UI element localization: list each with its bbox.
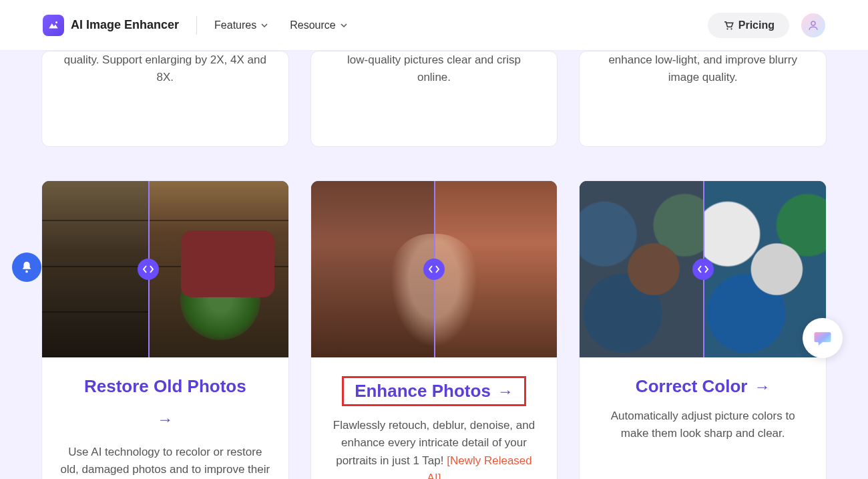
notification-button[interactable] [12,253,41,282]
feature-card-color: Correct Color → Automatically adjust pic… [579,180,827,479]
card-title-link-enhance[interactable]: Enhance Photos → [355,381,513,402]
highlight-annotation: Enhance Photos → [342,376,526,406]
card-description: Flawlessly retouch, deblur, denoise, and… [329,417,540,479]
feature-card-restore: Restore Old Photos → Use AI technology t… [41,180,289,479]
card-title-text: Restore Old Photos [84,376,246,397]
nav-features[interactable]: Features [214,19,268,31]
user-icon [807,19,819,31]
pricing-label: Pricing [738,19,775,31]
comparison-slider-handle[interactable] [138,259,159,280]
comparison-image [311,181,558,357]
svg-point-2 [730,28,732,29]
logo[interactable]: AI Image Enhancer [43,15,179,36]
svg-point-3 [811,21,815,25]
arrow-right-icon: → [157,410,173,429]
avatar[interactable] [801,13,825,37]
card-title-link-restore[interactable]: Restore Old Photos [84,376,246,397]
main-content: quality. Support enlarging by 2X, 4X and… [0,51,868,479]
header-divider [196,16,197,35]
svg-point-1 [726,28,728,29]
chevron-down-icon [260,21,268,29]
chevron-down-icon [340,21,348,29]
bell-icon [19,260,34,275]
comparison-slider-handle[interactable] [692,259,714,280]
card-title-text: Enhance Photos [355,381,491,402]
arrow-right-icon: → [497,382,513,401]
card-title-text: Correct Color [636,376,748,397]
arrow-right-icon: → [754,377,770,396]
comparison-slider-handle[interactable] [423,259,445,280]
feature-card-partial: low-quality pictures clear and crisp onl… [310,51,558,147]
nav-resource-label: Resource [290,19,335,31]
card-description: Use AI technology to recolor or restore … [59,444,271,479]
feature-card-row: Restore Old Photos → Use AI technology t… [41,180,827,479]
card-description: Automatically adjust picture colors to m… [597,408,809,443]
feature-card-enhance: Enhance Photos → Flawlessly retouch, deb… [310,180,558,479]
comparison-image [42,181,288,357]
top-card-row: quality. Support enlarging by 2X, 4X and… [41,51,827,147]
svg-point-4 [25,271,28,273]
card-description: enhance low-light, and improve blurry im… [600,51,806,87]
cart-icon [722,19,734,31]
card-title-link-color[interactable]: Correct Color → [636,376,771,397]
nav-features-label: Features [214,19,256,31]
card-description: low-quality pictures clear and crisp onl… [331,51,537,87]
svg-point-0 [55,21,57,23]
feature-card-partial: quality. Support enlarging by 2X, 4X and… [41,51,289,147]
card-description: quality. Support enlarging by 2X, 4X and… [62,51,268,87]
comparison-image [580,181,826,357]
chat-icon [813,328,833,348]
feature-card-partial: enhance low-light, and improve blurry im… [579,51,827,147]
logo-text: AI Image Enhancer [71,18,179,32]
card-title-arrow[interactable]: → [157,410,173,429]
nav-resource[interactable]: Resource [290,19,347,31]
logo-icon [43,15,64,36]
chat-button[interactable] [803,318,843,358]
pricing-button[interactable]: Pricing [708,13,789,38]
header-bar: AI Image Enhancer Features Resource Pric… [0,0,868,51]
